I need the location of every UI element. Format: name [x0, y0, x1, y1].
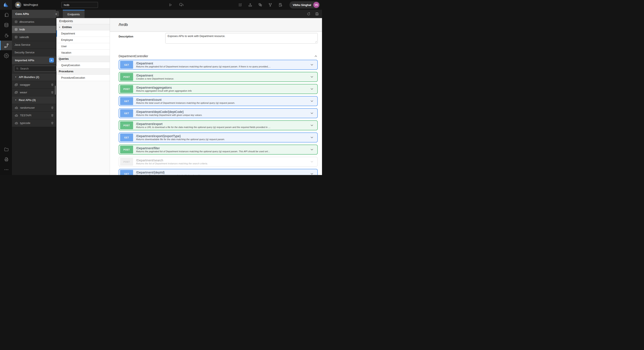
endpoint-text: /Department/search Returns the list of D… [136, 159, 306, 165]
endpoint-card[interactable]: GET /Department Returns the paginated li… [118, 60, 318, 70]
entity-item[interactable]: Employee [56, 37, 110, 43]
sidebar-empty-area [12, 127, 56, 175]
rail-pages-icon[interactable] [0, 10, 12, 19]
endpoint-card[interactable]: POST /Department/export Returns a URL to… [118, 120, 318, 130]
tab-endpoints[interactable]: Endpoints [63, 10, 84, 18]
expand-chevron-icon[interactable] [310, 123, 314, 127]
sidebar-item[interactable]: Java Service [12, 41, 56, 49]
run-actions [168, 2, 184, 7]
query-item-label: QueryExecution [61, 64, 80, 67]
tasks-checklist-icon[interactable] [238, 3, 242, 7]
endpoint-text: /Department/deptCode/{deptCode} Returns … [136, 110, 306, 117]
project-chip[interactable]: WmProject [15, 2, 38, 8]
rail-database-icon[interactable] [0, 20, 12, 30]
add-api-button[interactable]: + [49, 58, 54, 62]
rail-settings-icon[interactable] [0, 51, 12, 60]
delete-icon[interactable] [51, 83, 54, 86]
query-item[interactable]: QueryExecution [56, 62, 110, 68]
expand-chevron-icon[interactable] [310, 148, 314, 152]
delete-icon[interactable] [51, 91, 54, 94]
procedures-section-header[interactable]: Procedures [56, 68, 110, 75]
api-bundle-item[interactable]: API weavr [12, 89, 56, 96]
entity-item[interactable]: Department [56, 30, 110, 37]
endpoint-path: /Department/search [136, 159, 306, 162]
user-menu[interactable]: Vibhu Singhal VS [290, 1, 320, 8]
queries-section-header[interactable]: Queries [56, 56, 110, 62]
endpoint-card[interactable]: GET /Department/deptCode/{deptCode} Retu… [118, 108, 318, 118]
sidebar-scrollbar-thumb[interactable] [55, 86, 56, 95]
deploy-cloud-icon[interactable] [179, 2, 184, 7]
expand-chevron-icon[interactable] [310, 111, 314, 115]
rail-logs-icon[interactable]: LOG [0, 155, 12, 164]
refresh-icon[interactable] [307, 12, 311, 16]
search-icon [16, 67, 19, 70]
api-bundles-label: API Bundles (2) [19, 75, 39, 79]
endpoint-description: Returns the paginated list of Department… [136, 150, 306, 153]
rail-more-icon[interactable] [0, 165, 12, 174]
collapse-controller-icon[interactable] [314, 54, 318, 58]
sidebar-search-input[interactable] [20, 67, 54, 70]
endpoint-text: /Department/export/{exportType} Returns … [136, 134, 306, 141]
endpoint-card[interactable]: POST /Department Creates a new Departmen… [118, 72, 318, 82]
method-badge: GET [120, 109, 133, 117]
export-project-icon[interactable] [248, 3, 252, 7]
sidebar-collapse-button[interactable]: « [54, 11, 59, 16]
topbar: WmProject A [0, 0, 322, 10]
sidebar-item[interactable]: salesdb [12, 33, 56, 41]
expand-chevron-icon[interactable] [310, 87, 314, 91]
strip-actions [307, 12, 322, 16]
resize-handle-icon[interactable] [315, 41, 317, 43]
sidebar-item[interactable]: Security Service [12, 49, 56, 56]
rest-api-item[interactable]: API TESTAPI [12, 112, 56, 119]
delete-icon[interactable] [51, 114, 54, 117]
api-bundles-header[interactable]: ▼ API Bundles (2) [12, 73, 56, 81]
delete-icon[interactable] [51, 106, 54, 109]
queries-list: QueryExecution [56, 62, 110, 68]
file-sync-icon[interactable] [278, 3, 282, 7]
expand-chevron-icon[interactable] [310, 172, 314, 175]
wavemaker-logo[interactable] [0, 0, 12, 10]
endpoint-card[interactable]: GET /Department/export/{exportType} Retu… [118, 133, 318, 143]
database-icon [14, 20, 18, 23]
expand-chevron-icon[interactable] [310, 160, 314, 164]
rest-apis-header[interactable]: ▼ Rest APIs (3) [12, 96, 56, 104]
endpoint-text: /Department/filter Returns the paginated… [136, 147, 306, 153]
endpoint-card[interactable]: POST /Department/search Returns the list… [118, 157, 318, 167]
run-icon[interactable] [168, 3, 172, 7]
sidebar-item[interactable]: hrdb [12, 26, 56, 33]
version-branch-icon[interactable] [268, 3, 272, 7]
endpoint-text: /Department/aggregations Returns aggrega… [136, 86, 306, 92]
endpoint-card[interactable]: POST /Department/aggregations Returns ag… [118, 84, 318, 94]
rest-api-item[interactable]: API typicode [12, 119, 56, 127]
rest-api-item[interactable]: API randomuser [12, 104, 56, 112]
rail-apis-icon[interactable] [0, 41, 12, 50]
sidebar-item[interactable]: dbscenarios [12, 18, 56, 26]
expand-chevron-icon[interactable] [310, 75, 314, 79]
apis-sidebar: Core APIs dbscenarios hrdb [12, 10, 56, 175]
endpoint-path: /Department/aggregations [136, 86, 306, 90]
endpoint-description: Returns the list of Department instances… [136, 162, 306, 165]
topbar-right: A Vibhu Singhal VS [238, 1, 322, 8]
localization-icon[interactable]: A [258, 3, 262, 7]
expand-chevron-icon[interactable] [310, 136, 314, 140]
entity-item[interactable]: Vacation [56, 49, 110, 56]
endpoint-card[interactable]: POST /Department/filter Returns the pagi… [118, 145, 318, 155]
procedure-item[interactable]: ProcedureExecution [56, 75, 110, 81]
project-name: WmProject [24, 3, 38, 6]
expand-chevron-icon[interactable] [310, 63, 314, 67]
description-textarea[interactable]: Exposes APIs to work with Department res… [165, 33, 318, 44]
api-bundle-item[interactable]: API swagger [12, 81, 56, 89]
delete-icon[interactable] [51, 121, 54, 125]
topbar-search-input[interactable] [61, 2, 98, 8]
save-icon[interactable] [315, 12, 319, 16]
endpoint-card[interactable]: GET /Department/count Returns the total … [118, 96, 318, 106]
expand-chevron-icon[interactable] [310, 99, 314, 103]
rail-java-icon[interactable] [0, 30, 12, 40]
entities-section-header[interactable]: ▼ Entities [56, 24, 110, 30]
endpoint-card[interactable]: GET /Department/{deptId} Returns the Dep… [118, 169, 318, 175]
entity-item[interactable]: User [56, 43, 110, 49]
method-badge: POST [120, 85, 133, 93]
endpoint-description: Returns a URL to download a file for the… [136, 126, 306, 129]
entity-item-label: Vacation [61, 51, 71, 54]
rail-files-icon[interactable] [0, 144, 12, 154]
